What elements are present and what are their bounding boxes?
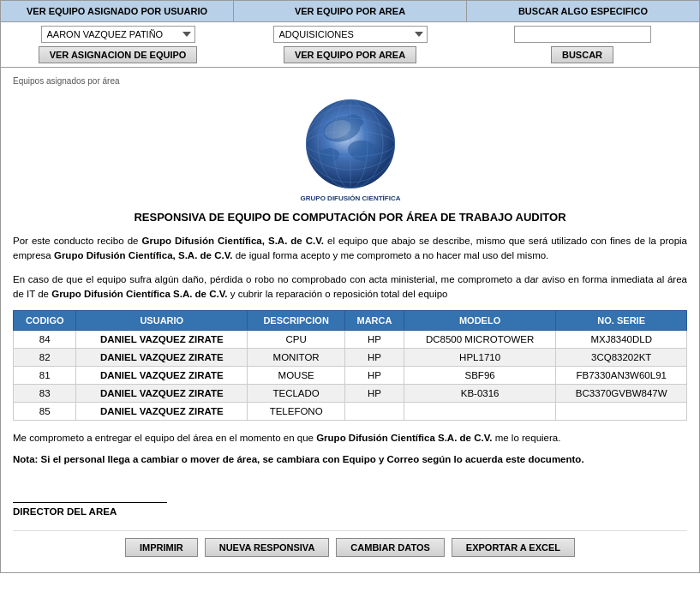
cell-0-3: HP: [345, 331, 404, 349]
cell-0-5: MXJ8340DLD: [556, 331, 687, 349]
cell-4-3: [345, 403, 404, 421]
table-row: 83DANIEL VAZQUEZ ZIRATETECLADOHPKB-0316B…: [14, 385, 687, 403]
area-select-row: ADQUISICIONES: [273, 26, 428, 43]
cell-4-2: TELEFONO: [248, 403, 345, 421]
cell-1-5: 3CQ83202KT: [556, 349, 687, 367]
equipment-table: CODIGO USUARIO DESCRIPCION MARCA MODELO …: [13, 310, 687, 421]
cell-0-2: CPU: [248, 331, 345, 349]
intro-text-3: de igual forma acepto y me comprometo a …: [236, 250, 549, 260]
footer-company: Grupo Difusión Científica S.A. de C.V.: [316, 433, 492, 443]
cell-0-4: DC8500 MICROTOWER: [404, 331, 556, 349]
user-select[interactable]: AARON VAZQUEZ PATIÑO: [41, 26, 195, 43]
signature-line: [13, 502, 167, 503]
buscar-button[interactable]: BUSCAR: [551, 46, 613, 63]
area-select[interactable]: ADQUISICIONES: [273, 26, 428, 43]
cell-3-4: KB-0316: [404, 385, 556, 403]
cell-4-1: DANIEL VAZQUEZ ZIRATE: [76, 403, 248, 421]
nueva-responsiva-button[interactable]: NUEVA RESPONSIVA: [205, 538, 330, 557]
table-row: 81DANIEL VAZQUEZ ZIRATEMOUSEHPSBF96FB733…: [14, 367, 687, 385]
search-input[interactable]: [514, 26, 651, 43]
cell-2-0: 81: [14, 367, 76, 385]
col-usuario: USUARIO: [76, 311, 248, 331]
intro-paragraph: Por este conducto recibo de Grupo Difusi…: [13, 234, 687, 264]
user-btn-row: VER ASIGNACION DE EQUIPO: [39, 46, 198, 63]
user-control-block: AARON VAZQUEZ PATIÑO VER ASIGNACION DE E…: [6, 26, 230, 63]
bottom-buttons: IMPRIMIR NUEVA RESPONSIVA CAMBIAR DATOS …: [13, 530, 687, 564]
footer-paragraph: Me comprometo a entregar el equipo del á…: [13, 431, 687, 446]
cell-3-0: 83: [14, 385, 76, 403]
cell-1-1: DANIEL VAZQUEZ ZIRATE: [76, 349, 248, 367]
paragraph-2: En caso de que el equipo sufra algún dañ…: [13, 272, 687, 302]
ver-asignacion-button[interactable]: VER ASIGNACION DE EQUIPO: [39, 46, 198, 63]
search-input-row: [514, 26, 651, 43]
table-body: 84DANIEL VAZQUEZ ZIRATECPUHPDC8500 MICRO…: [14, 331, 687, 421]
col-modelo: MODELO: [404, 311, 556, 331]
area-btn-row: VER EQUIPO POR AREA: [284, 46, 416, 63]
cell-2-2: MOUSE: [248, 367, 345, 385]
cell-3-3: HP: [345, 385, 404, 403]
controls-row: AARON VAZQUEZ PATIÑO VER ASIGNACION DE E…: [0, 22, 700, 68]
cell-2-1: DANIEL VAZQUEZ ZIRATE: [76, 367, 248, 385]
nav-ver-equipo-area[interactable]: VER EQUIPO POR AREA: [234, 1, 467, 21]
col-noserie: NO. SERIE: [556, 311, 687, 331]
company-name-3: Grupo Difusión Científica S.A. de C.V.: [51, 289, 227, 299]
cell-1-0: 82: [14, 349, 76, 367]
search-control-block: BUSCAR: [470, 26, 694, 63]
svg-text:GRUPO DIFUSIÓN CIENTÍFICA: GRUPO DIFUSIÓN CIENTÍFICA: [300, 194, 400, 202]
cambiar-datos-button[interactable]: CAMBIAR DATOS: [336, 538, 444, 557]
document-title: RESPONSIVA DE EQUIPO DE COMPUTACIÓN POR …: [13, 211, 687, 224]
cell-2-5: FB7330AN3W60L91: [556, 367, 687, 385]
main-content-area: Equipos asignados por área: [0, 68, 700, 573]
cell-2-3: HP: [345, 367, 404, 385]
area-label: Equipos asignados por área: [13, 76, 687, 86]
cell-0-1: DANIEL VAZQUEZ ZIRATE: [76, 331, 248, 349]
table-row: 82DANIEL VAZQUEZ ZIRATEMONITORHPHPL17103…: [14, 349, 687, 367]
col-codigo: CODIGO: [14, 311, 76, 331]
cell-0-0: 84: [14, 331, 76, 349]
table-row: 85DANIEL VAZQUEZ ZIRATETELEFONO: [14, 403, 687, 421]
user-select-row: AARON VAZQUEZ PATIÑO: [41, 26, 195, 43]
col-descripcion: DESCRIPCION: [248, 311, 345, 331]
table-row: 84DANIEL VAZQUEZ ZIRATECPUHPDC8500 MICRO…: [14, 331, 687, 349]
cell-3-2: TECLADO: [248, 385, 345, 403]
director-label: DIRECTOR DEL AREA: [13, 506, 687, 517]
area-control-block: ADQUISICIONES VER EQUIPO POR AREA: [238, 26, 462, 63]
cell-3-1: DANIEL VAZQUEZ ZIRATE: [76, 385, 248, 403]
cell-1-2: MONITOR: [248, 349, 345, 367]
cell-3-5: BC3370GVBW847W: [556, 385, 687, 403]
nav-buscar-especifico[interactable]: BUSCAR ALGO ESPECIFICO: [467, 1, 699, 21]
top-navigation: VER EQUIPO ASIGNADO POR USUARIO VER EQUI…: [0, 0, 700, 22]
cell-4-5: [556, 403, 687, 421]
nav-ver-equipo-usuario[interactable]: VER EQUIPO ASIGNADO POR USUARIO: [1, 1, 234, 21]
ver-equipo-area-button[interactable]: VER EQUIPO POR AREA: [284, 46, 416, 63]
footer-note: Nota: Si el personal llega a cambiar o m…: [13, 452, 687, 467]
col-marca: MARCA: [345, 311, 404, 331]
cell-2-4: SBF96: [404, 367, 556, 385]
footer-text-2: me lo requiera.: [495, 433, 561, 443]
company-name-2: Grupo Difusión Científica, S.A. de C.V.: [54, 250, 233, 260]
table-header: CODIGO USUARIO DESCRIPCION MARCA MODELO …: [14, 311, 687, 331]
company-name-1: Grupo Difusión Científica, S.A. de C.V.: [141, 236, 324, 246]
cell-4-0: 85: [14, 403, 76, 421]
company-logo: GRUPO DIFUSIÓN CIENTÍFICA: [282, 91, 419, 202]
cell-4-4: [404, 403, 556, 421]
exportar-excel-button[interactable]: EXPORTAR A EXCEL: [452, 538, 575, 557]
para2-text-2: y cubrir la reparación o reposición tota…: [230, 289, 448, 299]
intro-text-1: Por este conducto recibo de: [13, 236, 138, 246]
logo-container: GRUPO DIFUSIÓN CIENTÍFICA: [13, 91, 687, 202]
cell-1-3: HP: [345, 349, 404, 367]
table-header-row: CODIGO USUARIO DESCRIPCION MARCA MODELO …: [14, 311, 687, 331]
search-btn-row: BUSCAR: [551, 46, 613, 63]
cell-1-4: HPL1710: [404, 349, 556, 367]
imprimir-button[interactable]: IMPRIMIR: [125, 538, 198, 557]
footer-text-1: Me comprometo a entregar el equipo del á…: [13, 433, 314, 443]
